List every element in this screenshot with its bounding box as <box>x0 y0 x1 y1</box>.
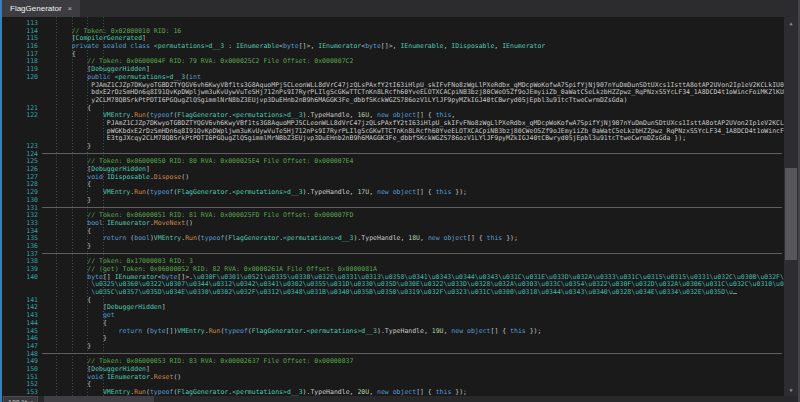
code-line[interactable]: PJAmZ1CJZp7DKwyoTGBDZTYQGV6vh6KwyVBf1ts3… <box>2 82 784 90</box>
code-line[interactable]: 124 <box>2 151 784 159</box>
code-line[interactable]: 147} <box>2 343 784 351</box>
code-text: bdxE2rDzSmHDn6q8I91QvKpDWpljwm3uKvUywVuT… <box>38 89 784 96</box>
code-line[interactable]: y2CLM78QBSrkPtPDTI6PGQugZlQSgimmlNrN8bZ3… <box>2 97 784 105</box>
method-separator <box>42 153 782 154</box>
code-text: [DebuggerHidden] <box>38 366 150 373</box>
code-line[interactable]: 145return (byte[])VMEntry.Run(typeof(Fla… <box>2 328 784 336</box>
line-number: 148 <box>2 351 38 359</box>
code-text: { <box>38 51 76 58</box>
code-line[interactable]: 148 <box>2 351 784 359</box>
code-text: void IEnumerator.Reset() <box>38 374 181 381</box>
line-number: 132 <box>2 212 38 220</box>
code-line[interactable]: 119[DebuggerHidden] <box>2 66 784 74</box>
line-number: 145 <box>2 328 38 336</box>
code-line[interactable]: 150[DebuggerHidden] <box>2 366 784 374</box>
code-line[interactable]: 130} <box>2 197 784 205</box>
scroll-down-icon[interactable]: ▼ <box>784 385 798 395</box>
line-number: 150 <box>2 366 38 374</box>
line-number: 122 <box>2 112 38 120</box>
code-line[interactable]: 140byte[] IEnumerator<byte[]>.\u030F\u03… <box>2 274 784 282</box>
code-line[interactable]: bdxE2rDzSmHDn6q8I91QvKpDWpljwm3uKvUywVuT… <box>2 89 784 97</box>
code-line[interactable]: 115[CompilerGenerated] <box>2 35 784 43</box>
code-line[interactable]: 127void IDisposable.Dispose() <box>2 174 784 182</box>
code-lines-container[interactable]: 113114// Token: 0x02000010 RID: 16115[Co… <box>2 17 784 396</box>
code-text: } <box>38 335 107 342</box>
scroll-up-icon[interactable]: ▲ <box>784 18 798 28</box>
code-text: VMEntry.Run(typeof(FlagGenerator.<permut… <box>38 112 455 119</box>
code-line[interactable]: 132// Token: 0x06000051 RID: 81 RVA: 0x0… <box>2 212 784 220</box>
line-number: 114 <box>2 28 38 36</box>
decompiler-window: FlagGenerator × 113114// Token: 0x020000… <box>0 0 800 402</box>
vertical-scrollbar-thumb[interactable] <box>785 168 797 260</box>
code-line[interactable]: 114// Token: 0x02000010 RID: 16 <box>2 28 784 36</box>
zoom-level-control[interactable]: 100 % ▾ <box>3 396 38 402</box>
code-line[interactable]: 144{ <box>2 320 784 328</box>
code-text <box>38 20 56 27</box>
code-line[interactable]: 153VMEntry.Run(typeof(FlagGenerator.<per… <box>2 389 784 396</box>
code-line[interactable]: 118// Token: 0x0600004F RID: 79 RVA: 0x0… <box>2 58 784 66</box>
code-line[interactable]: \u0325\u0360\u0322\u0307\u0344\u0312\u03… <box>2 281 784 289</box>
tab-close-icon[interactable]: × <box>68 5 73 13</box>
code-line[interactable]: E3tgJXcqy2CLM78QBSrkPtPDTI6PGQugZlQSgimm… <box>2 135 784 143</box>
code-text: [DebuggerHidden] <box>38 166 150 173</box>
code-line[interactable]: \u035C\u0357\u035D\u034E\u0330\u0302\u03… <box>2 289 784 297</box>
code-line[interactable]: 149// Token: 0x06000053 RID: 83 RVA: 0x0… <box>2 358 784 366</box>
code-line[interactable]: 146} <box>2 335 784 343</box>
code-line[interactable]: 121{ <box>2 105 784 113</box>
code-line[interactable]: 123} <box>2 143 784 151</box>
zoom-level-value: 100 % <box>8 397 28 402</box>
code-line[interactable]: 139// (get) Token: 0x06000052 RID: 82 RV… <box>2 266 784 274</box>
code-line[interactable]: PJAmZ1CJZp7DKwyoTGBDZTYQGV6vh6KwyVBf1ts3… <box>2 120 784 128</box>
line-number: 147 <box>2 343 38 351</box>
code-line[interactable]: 129VMEntry.Run(typeof(FlagGenerator.<per… <box>2 189 784 197</box>
code-line[interactable]: 116private sealed class <permutations>d_… <box>2 43 784 51</box>
line-number: 113 <box>2 20 38 28</box>
method-separator <box>42 253 782 254</box>
code-line[interactable]: 117{ <box>2 51 784 59</box>
code-text: { <box>38 181 91 188</box>
code-line[interactable]: 122VMEntry.Run(typeof(FlagGenerator.<per… <box>2 112 784 120</box>
code-line[interactable]: 133bool IEnumerator.MoveNext() <box>2 220 784 228</box>
code-line[interactable]: pWGKbdxE2rDzSmHDn6q8I91QvKpDWpljwm3uKvUy… <box>2 128 784 136</box>
code-line[interactable]: 142[DebuggerHidden] <box>2 304 784 312</box>
code-line[interactable]: 125// Token: 0x06000050 RID: 80 RVA: 0x0… <box>2 158 784 166</box>
code-text: // Token: 0x06000050 RID: 80 RVA: 0x0000… <box>38 158 353 165</box>
code-line[interactable]: 138// Token: 0x17000003 RID: 3 <box>2 258 784 266</box>
code-line[interactable]: 141{ <box>2 297 784 305</box>
code-line[interactable]: 137 <box>2 251 784 259</box>
code-line[interactable]: 113 <box>2 20 784 28</box>
code-text: } <box>38 143 91 150</box>
code-line[interactable]: 128{ <box>2 181 784 189</box>
code-text: byte[] IEnumerator<byte[]>.\u030F\u0301\… <box>38 274 784 281</box>
line-number: 136 <box>2 243 38 251</box>
code-line[interactable]: 126[DebuggerHidden] <box>2 166 784 174</box>
horizontal-scrollbar-thumb[interactable] <box>44 396 154 402</box>
code-text: } <box>38 197 91 204</box>
line-number: 127 <box>2 174 38 182</box>
line-number: 133 <box>2 220 38 228</box>
line-number: 124 <box>2 151 38 159</box>
line-number: 141 <box>2 297 38 305</box>
code-line[interactable]: 151void IEnumerator.Reset() <box>2 374 784 382</box>
line-number: 140 <box>2 274 38 282</box>
line-number: 144 <box>2 320 38 328</box>
code-text: { <box>38 105 91 112</box>
vertical-scrollbar[interactable]: ▲ ▼ <box>784 17 798 396</box>
code-line[interactable]: 134{ <box>2 228 784 236</box>
chevron-down-icon: ▾ <box>31 397 34 402</box>
code-line[interactable]: 152{ <box>2 381 784 389</box>
code-line[interactable]: 131 <box>2 205 784 213</box>
line-number: 116 <box>2 43 38 51</box>
tab-flaggenerator[interactable]: FlagGenerator × <box>2 0 80 17</box>
code-line[interactable]: 143get <box>2 312 784 320</box>
code-text: // (get) Token: 0x06000052 RID: 82 RVA: … <box>38 266 377 273</box>
code-text: bool IEnumerator.MoveNext() <box>38 220 193 227</box>
code-line[interactable]: 135return (bool)VMEntry.Run(typeof(FlagG… <box>2 235 784 243</box>
code-text: [CompilerGenerated] <box>38 35 146 42</box>
code-line[interactable]: 136} <box>2 243 784 251</box>
method-separator <box>42 207 782 208</box>
line-number: 130 <box>2 197 38 205</box>
code-line[interactable]: 120public <permutations>d__3(int <box>2 74 784 82</box>
line-number: 134 <box>2 228 38 236</box>
code-editor[interactable]: 113114// Token: 0x02000010 RID: 16115[Co… <box>2 17 798 396</box>
